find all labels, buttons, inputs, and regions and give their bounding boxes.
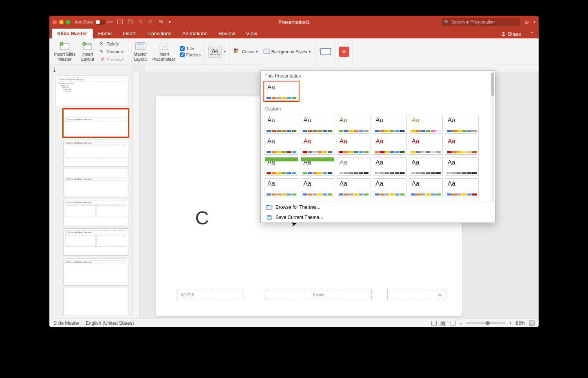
tab-home[interactable]: Home (93, 29, 118, 38)
footers-checkbox[interactable]: Footers (179, 52, 201, 58)
theme-tile[interactable]: Aa (265, 178, 298, 197)
feedback-icon[interactable]: ☺ (524, 19, 530, 25)
colors-button[interactable]: Colors▾ (232, 48, 260, 56)
tab-slide-master[interactable]: Slide Master (52, 29, 93, 38)
svg-rect-24 (267, 205, 269, 206)
disk-icon (266, 215, 272, 220)
autosave-toggle[interactable]: AutoSave OFF (75, 20, 113, 25)
tab-transitions[interactable]: Transitions (141, 29, 177, 38)
search-input[interactable]: 🔍 Search in Presentation (442, 18, 520, 26)
view-icon[interactable] (117, 19, 123, 25)
share-button[interactable]: Share (496, 29, 526, 38)
themes-gallery-button[interactable]: Aa (208, 46, 221, 58)
undo-icon[interactable] (138, 19, 143, 25)
theme-tile[interactable]: Aa (265, 157, 298, 176)
background-styles-button[interactable]: Background Styles▾ (262, 48, 312, 56)
theme-tile[interactable]: Aa (337, 178, 370, 197)
redo-icon[interactable] (148, 19, 153, 25)
theme-tile[interactable]: Aa (301, 157, 334, 176)
theme-tile[interactable]: Aa (301, 178, 334, 197)
theme-tile[interactable]: Aa (265, 115, 298, 134)
insert-placeholder-button[interactable]: Insert Placeholder (151, 41, 177, 62)
layout-thumbnail[interactable]: Click to edit Master title style (64, 109, 128, 137)
zoom-slider[interactable] (466, 322, 505, 324)
theme-tile[interactable]: Aa (337, 136, 370, 155)
theme-tile[interactable]: Aa (445, 136, 479, 155)
insert-placeholder-label: Insert Placeholder (152, 52, 175, 61)
rename-button[interactable]: ✎Rename (98, 48, 125, 55)
fit-to-window-icon[interactable] (529, 320, 535, 326)
save-icon[interactable] (127, 19, 133, 25)
theme-tile[interactable]: Aa (301, 136, 334, 155)
theme-tile[interactable]: Aa (337, 115, 370, 134)
normal-view-icon[interactable] (431, 321, 437, 326)
autosave-state: OFF (107, 20, 113, 24)
theme-tile[interactable]: Aa (373, 157, 407, 176)
footer-placeholder[interactable]: Footer (266, 290, 372, 299)
qat-dropdown-icon[interactable]: ▼ (168, 20, 172, 24)
insert-slide-master-label: Insert Slide Master (54, 52, 76, 61)
layout-thumbnail[interactable]: Click to edit Master title style (64, 139, 128, 166)
svg-rect-18 (234, 51, 236, 53)
zoom-out-icon[interactable]: − (459, 320, 462, 326)
tab-animations[interactable]: Animations (177, 29, 213, 38)
tab-view[interactable]: View (241, 29, 263, 38)
autosave-switch[interactable] (95, 20, 105, 25)
window-controls (53, 20, 70, 24)
title-placeholder[interactable]: C (195, 206, 215, 230)
theme-tile[interactable]: Aa (373, 178, 407, 197)
colors-icon (234, 49, 240, 55)
reading-view-icon[interactable] (450, 321, 456, 326)
minimize-window[interactable] (59, 20, 64, 24)
themes-dropdown-popup: This Presentation Aa Custom AaAaAaAaAaAa… (260, 71, 495, 223)
collapse-ribbon-icon[interactable]: ⌃ (526, 29, 539, 38)
close-window[interactable] (53, 20, 57, 24)
zoom-level[interactable]: 86% (516, 320, 525, 326)
popup-scrollbar[interactable] (491, 72, 494, 202)
theme-tile[interactable]: Aa (265, 82, 298, 101)
tab-insert[interactable]: Insert (117, 29, 141, 38)
theme-tile[interactable]: Aa (265, 136, 298, 155)
theme-tile[interactable]: Aa (445, 115, 479, 134)
insert-slide-master-button[interactable]: Insert Slide Master (53, 41, 77, 62)
feedback-dropdown-icon[interactable]: ▾ (534, 20, 535, 24)
master-layout-label: Master Layout (134, 52, 147, 61)
sorter-view-icon[interactable] (441, 321, 446, 326)
theme-tile[interactable]: Aa (409, 157, 443, 176)
date-placeholder[interactable]: 6/22/18 (178, 290, 244, 299)
layout-thumbnail[interactable]: Click to edit Master title style (64, 199, 128, 226)
svg-rect-15 (162, 45, 166, 48)
theme-tile[interactable]: Aa (409, 178, 443, 197)
zoom-window[interactable] (66, 20, 70, 24)
theme-tile[interactable]: Aa (373, 115, 407, 134)
themes-dropdown-icon[interactable]: ▾ (224, 50, 226, 54)
layout-thumbnail[interactable]: Click to edit Master title style (64, 228, 128, 256)
preserve-button[interactable]: 📌Preserve (98, 56, 125, 63)
theme-tile[interactable]: Aa (301, 115, 334, 134)
theme-tile[interactable]: Aa (409, 136, 443, 155)
theme-tile[interactable]: Aa (445, 157, 479, 176)
browse-themes-menuitem[interactable]: Browse for Themes... (261, 202, 495, 212)
theme-tile[interactable]: Aa (337, 157, 370, 176)
master-thumbnail[interactable]: Click to edit Master title style Edit Ma… (56, 76, 128, 107)
master-layout-button[interactable]: Master Layout (132, 41, 149, 62)
layout-thumbnail[interactable]: Click to edit Master title style (64, 258, 128, 286)
layout-thumbnail[interactable]: Click to edit Master title style (64, 169, 128, 196)
ribbon-tabs: Slide Master Home Insert Transitions Ani… (49, 28, 539, 38)
title-checkbox[interactable]: Title (179, 46, 201, 51)
theme-tile[interactable]: Aa (373, 136, 407, 155)
print-icon[interactable] (158, 19, 163, 25)
insert-layout-button[interactable]: Insert Layout (80, 41, 96, 62)
theme-tile[interactable]: Aa (409, 115, 443, 134)
slide-size-button[interactable] (319, 47, 332, 57)
theme-tile[interactable]: Aa (445, 178, 479, 197)
page-number-placeholder[interactable]: ‹#› (387, 290, 446, 299)
delete-button[interactable]: ✕Delete (98, 40, 125, 47)
tab-review[interactable]: Review (213, 29, 241, 38)
slide-thumbnails-panel[interactable]: 1 Click to edit Master title style Edit … (49, 65, 132, 318)
layout-thumbnail[interactable] (64, 288, 128, 315)
zoom-in-icon[interactable]: + (509, 320, 512, 326)
language-label[interactable]: English (United States) (86, 320, 134, 326)
section-custom: Custom (261, 104, 495, 113)
close-master-button[interactable]: ✕ (339, 47, 349, 57)
